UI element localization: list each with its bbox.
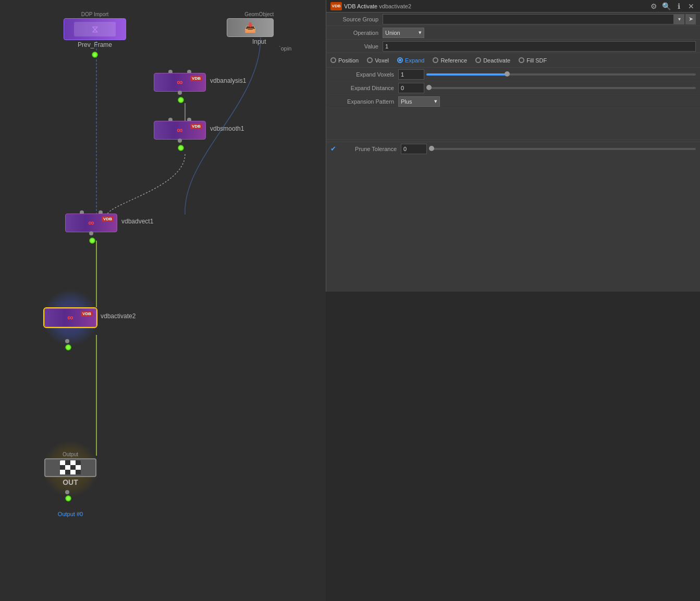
- output-box[interactable]: [44, 458, 96, 477]
- vdbactivate2-status: [65, 344, 71, 350]
- source-group-label: Source Group: [330, 16, 383, 22]
- right-panel: VDB VDB Activate vdbactivate2 ⚙ 🔍 ℹ ✕ So…: [326, 0, 700, 292]
- radio-expand-circle: [397, 57, 403, 63]
- vdb-icon-2: ∞: [177, 126, 182, 135]
- radio-deactivate-label: Deactivate: [483, 57, 510, 64]
- prune-tolerance-track[interactable]: [429, 148, 696, 150]
- title-bar-controls: ⚙ 🔍 ℹ ✕: [649, 2, 696, 11]
- prune-check-icon[interactable]: ✔: [330, 145, 336, 153]
- expansion-pattern-label: Expansion Pattern: [330, 98, 398, 105]
- radio-position-circle: [330, 57, 336, 63]
- operation-label: Operation: [330, 30, 383, 36]
- radio-fillsdf-label: Fill SDF: [526, 57, 547, 64]
- expansion-pattern-select[interactable]: Plus ▾: [398, 96, 440, 107]
- vdbanalysis1-box[interactable]: ∞ VDB: [154, 73, 206, 92]
- search-icon[interactable]: 🔍: [661, 2, 671, 11]
- prev-frame-node[interactable]: DOP Import ⧖ Prev_Frame: [64, 11, 126, 48]
- vdbanalysis1-node[interactable]: ∞ VDB vdbanalysis1: [154, 73, 206, 92]
- expand-distance-label: Expand Distance: [330, 85, 398, 91]
- vdbsmooth1-node[interactable]: ∞ VDB vdbsmooth1: [154, 121, 206, 140]
- radio-voxel[interactable]: Voxel: [367, 57, 389, 64]
- vdb-icon-1: ∞: [177, 78, 182, 87]
- prev-frame-sublabel: DOP Import: [64, 11, 126, 17]
- info-icon[interactable]: ℹ: [674, 2, 683, 11]
- vdbsmooth1-status: [178, 145, 184, 151]
- expand-distance-row: Expand Distance: [326, 81, 700, 95]
- geom-label: Input: [227, 38, 291, 45]
- source-group-row: Source Group ▾ ➤: [326, 12, 700, 26]
- vdbanalysis1-connector-bottom: [178, 91, 182, 95]
- expansion-pattern-chevron: ▾: [434, 98, 437, 105]
- vdbanalysis1-label: vdbanalysis1: [210, 77, 246, 84]
- operation-value: Union: [385, 30, 400, 36]
- output-label: OUT: [44, 478, 96, 486]
- output-status: [65, 495, 71, 502]
- geom-object-node[interactable]: GeomObject 📥 Input `opin: [227, 11, 291, 52]
- spacer: [326, 108, 700, 140]
- vdb-icon-3: ∞: [88, 218, 94, 228]
- title-bar: VDB VDB Activate vdbactivate2 ⚙ 🔍 ℹ ✕: [326, 0, 700, 12]
- source-group-input[interactable]: [383, 14, 674, 24]
- expand-voxels-track[interactable]: [426, 73, 696, 76]
- radio-reference-circle: [433, 57, 438, 63]
- vdb-badge-2: VDB: [190, 123, 202, 129]
- radio-voxel-circle: [367, 57, 373, 63]
- prune-tolerance-thumb[interactable]: [429, 146, 434, 151]
- prune-tolerance-row: ✔ Prune Tolerance: [326, 142, 700, 155]
- expand-voxels-fill: [426, 73, 507, 76]
- value-input[interactable]: [383, 41, 696, 52]
- prev-frame-box[interactable]: ⧖: [64, 18, 126, 40]
- settings-icon[interactable]: ⚙: [649, 2, 658, 11]
- prev-frame-label: Prev_Frame: [64, 41, 126, 48]
- vdb-badge-3: VDB: [102, 216, 114, 222]
- expand-distance-thumb[interactable]: [426, 85, 432, 90]
- vdbadvect1-label: vdbadvect1: [121, 218, 153, 225]
- expand-voxels-label: Expand Voxels: [330, 71, 398, 78]
- vdbadvect1-status: [89, 237, 95, 244]
- close-icon[interactable]: ✕: [686, 2, 696, 11]
- expand-distance-num[interactable]: [398, 83, 424, 93]
- node-graph[interactable]: DOP Import ⧖ Prev_Frame GeomObject 📥 Inp…: [0, 0, 326, 601]
- vdbanalysis1-status: [178, 97, 184, 103]
- radio-row: Position Voxel Expand Reference Deactiva…: [326, 53, 700, 68]
- prev-frame-status: [92, 52, 98, 58]
- vdbsmooth1-label: vdbsmooth1: [210, 125, 244, 132]
- value-label: Value: [330, 43, 383, 49]
- opin-label: `opin: [279, 45, 291, 52]
- radio-fillsdf[interactable]: Fill SDF: [519, 57, 547, 64]
- prune-tolerance-num[interactable]: [401, 144, 427, 154]
- expand-distance-track[interactable]: [426, 87, 696, 89]
- operation-select[interactable]: Union ▾: [383, 28, 424, 38]
- radio-deactivate[interactable]: Deactivate: [475, 57, 510, 64]
- vdbactivate2-label: vdbactivate2: [101, 312, 136, 320]
- radio-expand-label: Expand: [405, 57, 424, 64]
- geom-box[interactable]: 📥: [227, 18, 274, 37]
- radio-position-label: Position: [338, 57, 359, 64]
- expand-voxels-num[interactable]: [398, 69, 424, 80]
- vdbadvect1-connector-bottom: [89, 231, 93, 235]
- source-group-dropdown[interactable]: ▾: [674, 14, 684, 24]
- vdbadvect1-node[interactable]: ∞ VDB vdbadvect1: [65, 214, 117, 232]
- vdb-icon-4: ∞: [67, 313, 73, 322]
- geom-sublabel: GeomObject: [227, 11, 291, 17]
- expansion-pattern-value: Plus: [401, 98, 412, 105]
- vdbadvect1-box[interactable]: ∞ VDB: [65, 214, 117, 232]
- radio-position[interactable]: Position: [330, 57, 359, 64]
- output-node[interactable]: Output OUT Output #0: [42, 440, 99, 497]
- vdbactivate2-node[interactable]: ∞ VDB vdbactivate2: [42, 289, 99, 346]
- vdb-title-icon: VDB: [330, 2, 342, 10]
- source-group-arrow[interactable]: ➤: [685, 14, 696, 24]
- radio-reference-label: Reference: [440, 57, 467, 64]
- vdbactivate2-box[interactable]: ∞ VDB: [44, 308, 96, 327]
- output-sub2: Output #0: [42, 511, 99, 517]
- radio-expand[interactable]: Expand: [397, 57, 424, 64]
- radio-reference[interactable]: Reference: [433, 57, 467, 64]
- expand-voxels-thumb[interactable]: [505, 71, 510, 77]
- vdbsmooth1-box[interactable]: ∞ VDB: [154, 121, 206, 140]
- radio-fillsdf-circle: [519, 57, 524, 63]
- output-connector-bottom: [65, 490, 69, 494]
- output-sublabel: Output: [44, 452, 96, 457]
- radio-voxel-label: Voxel: [375, 57, 389, 64]
- prune-tolerance-label: Prune Tolerance: [338, 146, 401, 152]
- expansion-pattern-row: Expansion Pattern Plus ▾: [326, 95, 700, 108]
